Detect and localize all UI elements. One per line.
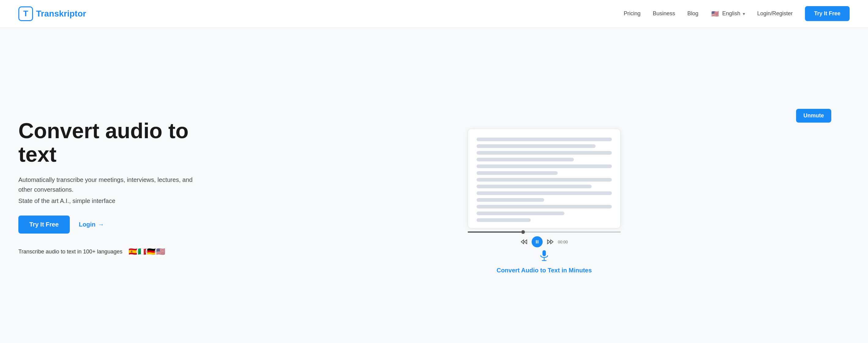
hero-feature: State of the art A.I., simple interface: [18, 198, 226, 205]
player-area: 00:00: [468, 232, 621, 262]
rewind-button[interactable]: [521, 238, 527, 245]
language-label: English: [722, 10, 740, 17]
svg-marker-0: [521, 240, 524, 244]
login-register-link[interactable]: Login/Register: [757, 10, 793, 17]
nav-links: Pricing Business Blog 🇺🇸 English ▾ Login…: [624, 6, 850, 21]
transcript-line: [476, 151, 612, 155]
login-link[interactable]: Login →: [79, 221, 104, 228]
arrow-icon: →: [98, 221, 104, 228]
nav-business[interactable]: Business: [653, 10, 675, 17]
chevron-down-icon: ▾: [743, 11, 745, 16]
svg-marker-5: [548, 240, 550, 244]
try-free-main-button[interactable]: Try It Free: [18, 215, 70, 234]
forward-button[interactable]: [547, 238, 554, 245]
svg-rect-3: [537, 240, 538, 244]
forward-icon: [547, 238, 554, 245]
languages-text: Transcribe audio to text in 100+ languag…: [18, 248, 122, 255]
transcript-line: [476, 158, 574, 162]
cta-row: Try It Free Login →: [18, 215, 226, 234]
transcript-line: [476, 165, 612, 168]
transcript-line: [476, 185, 592, 188]
logo-icon: T: [18, 6, 33, 21]
us-flag-icon: 🇺🇸: [711, 9, 720, 18]
nav-pricing[interactable]: Pricing: [624, 10, 641, 17]
unmute-button[interactable]: Unmute: [796, 109, 831, 123]
hero-section: Convert audio to text Automatically tran…: [18, 119, 226, 258]
logo-area[interactable]: T Transkriptor: [18, 6, 86, 21]
transcript-line: [476, 205, 612, 208]
pause-icon: [535, 239, 539, 244]
languages-row: Transcribe audio to text in 100+ languag…: [18, 246, 226, 258]
transcript-line: [476, 218, 531, 222]
main-content: Convert audio to text Automatically tran…: [0, 28, 868, 343]
progress-knob: [521, 230, 525, 234]
login-link-label: Login: [79, 221, 95, 228]
svg-rect-6: [542, 250, 546, 256]
svg-marker-4: [551, 240, 553, 244]
transcript-line: [476, 171, 558, 175]
transcript-line: [476, 192, 612, 195]
transcript-line: [476, 138, 612, 141]
svg-marker-1: [524, 240, 527, 244]
mic-icon: [538, 250, 550, 262]
demo-section: Unmute: [239, 103, 850, 274]
rewind-icon: [521, 238, 527, 245]
language-selector[interactable]: 🇺🇸 English ▾: [711, 9, 745, 18]
flag-row: 🇪🇸 🇮🇹 🇩🇪 🇺🇸: [127, 246, 166, 258]
try-free-nav-button[interactable]: Try It Free: [805, 6, 850, 21]
time-display: 00:00: [558, 240, 568, 244]
hero-subtitle: Automatically transcribe your meetings, …: [18, 175, 196, 195]
hero-title: Convert audio to text: [18, 119, 226, 166]
transcript-line: [476, 144, 596, 148]
progress-bar-track[interactable]: [468, 232, 621, 233]
play-pause-button[interactable]: [532, 236, 542, 247]
transcript-lines: [476, 138, 612, 222]
transcript-line: [476, 211, 564, 215]
player-controls: 00:00: [521, 236, 568, 247]
transcript-line: [476, 178, 612, 181]
convert-caption: Convert Audio to Text in Minutes: [496, 267, 592, 274]
flag-american: 🇺🇸: [155, 246, 166, 258]
svg-rect-2: [536, 240, 537, 244]
progress-bar-fill: [468, 232, 521, 233]
mic-area: [538, 250, 550, 262]
transcript-card: [468, 129, 621, 228]
logo-text: Transkriptor: [36, 9, 86, 19]
transcript-line: [476, 198, 544, 202]
navbar: T Transkriptor Pricing Business Blog 🇺🇸 …: [0, 0, 868, 28]
nav-blog[interactable]: Blog: [687, 10, 699, 17]
